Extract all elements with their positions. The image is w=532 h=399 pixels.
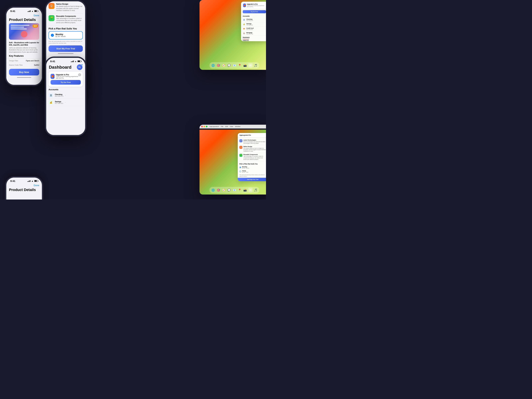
mac-credit-icon: 💳 — [243, 27, 245, 30]
plan-section: Pick a Plan that Suits You Monthly $2.99… — [46, 25, 85, 39]
signal-bar-2 — [28, 11, 29, 12]
wifi-icon-3: ▲ — [75, 60, 77, 63]
mac-menu-view[interactable]: View — [230, 126, 233, 127]
mac2-monthly-radio — [239, 167, 241, 168]
mac2-plan-note: Plan will automatically renew unless can… — [238, 173, 266, 178]
mac2-app-title: AppLayouts Pro — [239, 134, 266, 136]
try-for-free-button[interactable]: Try for Free — [51, 80, 81, 85]
status-icons-bottom: ▲ — [27, 180, 38, 182]
mac2-item-reusable: 🧩 Reusable Components Take advantage of … — [239, 153, 266, 161]
features-list: 🎨 Native Design We always trying our bes… — [46, 1, 85, 25]
dock2-music[interactable]: 🎵 — [253, 188, 258, 192]
mac2-tech-title: Latest Technologies — [243, 139, 266, 141]
feature-label-design: Design Files — [9, 60, 18, 62]
dock2-finder[interactable]: 🌐 — [211, 188, 215, 192]
mac2-reusable-text: Reusable Components Take advantage of co… — [243, 154, 266, 160]
mac-credit-text: Credit Card 920-000-961 — [246, 27, 254, 30]
traffic-light-fullscreen[interactable] — [206, 126, 208, 127]
mac2-item-tech: ⚡ Latest Technologies All of our templat… — [239, 139, 266, 145]
dock2-safari[interactable]: 🧭 — [222, 188, 226, 192]
account-row-checking[interactable]: 🏦 Checking 900-648-073 › — [49, 92, 83, 99]
status-time-3: 9:41 — [50, 60, 55, 63]
done-button[interactable]: Done — [6, 13, 42, 18]
mac-mortgage-name: Mortgage — [246, 32, 253, 33]
feature-value-design: Figma and Sketch — [26, 60, 39, 62]
mac2-monthly-text: Monthly $2.99 / Month — [242, 166, 249, 169]
dock-launchpad[interactable]: 🎯 — [216, 63, 221, 68]
mac-checking-number: 900-648-073 — [246, 20, 253, 21]
mac-account-savings[interactable]: 💰 Savings 547-089-001 — [241, 22, 266, 27]
mac-account-checking[interactable]: 🏦 Checking 900-648-073 — [241, 18, 266, 22]
mac2-item-native: 🎨 Native Design We always trying our bes… — [239, 145, 266, 153]
dock2-maps[interactable]: 📍 — [237, 188, 242, 192]
upgrade-title: Upgrade to Pro — [56, 74, 81, 76]
traffic-light-minimize[interactable] — [203, 126, 205, 127]
mac-account-mortgage[interactable]: 🏠 Mortgage 832-001-709 — [241, 31, 266, 36]
mac-applayout-card: AppLayouts Pro ⚡ Latest Technologies All… — [238, 133, 266, 181]
product-name: Soft - Illustrations with Layouts for iO… — [6, 41, 42, 47]
mac2-plan-title: Pick a Plan that Suits You — [238, 162, 266, 165]
mac-accounts-title: Accounts — [241, 14, 266, 18]
dock-calendar[interactable]: 28 — [248, 63, 253, 68]
checking-arrow: › — [65, 94, 66, 96]
dock-photos[interactable]: 📸 — [243, 63, 247, 68]
plan-renewal-note: Plan will automatically renew unless can… — [49, 40, 83, 44]
savings-number: 547-089-001 — [55, 103, 63, 104]
mac2-monthly-name: Monthly — [242, 166, 249, 168]
buy-now-button[interactable]: Buy Now — [9, 69, 39, 76]
start-free-trial-button[interactable]: Start My Free Trial — [49, 45, 83, 52]
dock-music[interactable]: 🎵 — [253, 63, 258, 68]
dock-finder[interactable]: 🌐 — [211, 63, 215, 68]
plan-check-monthly — [51, 34, 54, 37]
dock-mail[interactable]: 📧 — [232, 63, 237, 68]
user-avatar[interactable]: AL — [77, 64, 82, 70]
mac2-yearly-price: $9.99 / Year — [242, 171, 248, 173]
savings-name: Savings — [55, 101, 63, 103]
mac2-tech-icon: ⚡ — [239, 139, 242, 142]
checking-name: Checking — [55, 94, 63, 95]
mac-menu-edit[interactable]: Edit — [225, 126, 228, 127]
status-icons-1: ▲ — [28, 10, 38, 12]
checking-number: 900-648-073 — [55, 95, 63, 97]
upgrade-icon: 🎁 — [51, 74, 55, 79]
upgrade-card: 🎁 Upgrade to Pro Level up your banking e… — [49, 72, 83, 87]
wifi-icon: ▲ — [32, 10, 33, 12]
dock-messages[interactable]: 💬 — [227, 63, 231, 68]
mac-savings-number: 547-089-001 — [246, 25, 253, 25]
mac-banking-card: 🎁 Upgrade to Pro Level up your banking e… — [241, 2, 266, 41]
dock2-messages[interactable]: 💬 — [227, 188, 231, 192]
signal-icon-3 — [71, 61, 74, 62]
mac2-trial-button[interactable]: Start My Free Trial — [238, 178, 266, 181]
mac2-native-title: Native Design — [243, 146, 266, 147]
done-button-bottom[interactable]: Done — [6, 183, 42, 188]
mac2-reusable-title: Reusable Components — [243, 154, 266, 155]
upgrade-subtitle: Level up your banking experience with th… — [56, 76, 81, 79]
dock-safari[interactable]: 🧭 — [222, 63, 226, 68]
mac-menu-window[interactable]: Window — [235, 126, 241, 127]
dashboard-title: Dashboard — [49, 65, 71, 70]
dock2-photos[interactable]: 📸 — [243, 188, 247, 192]
mac2-header: AppLayouts Pro — [238, 133, 266, 138]
dashboard-header: Dashboard AL — [46, 64, 85, 72]
battery-icon-3 — [77, 60, 81, 62]
plan-monthly-text: Monthly $2.99 / Month — [56, 33, 66, 38]
product-description: Soft is an extensive collection of stunn… — [6, 47, 42, 55]
mac2-yearly-text: Yearly $9.99 / Year — [242, 170, 248, 173]
upgrade-close-button[interactable]: ✕ — [78, 73, 81, 76]
mac-mortgage-number: 832-001-709 — [246, 33, 253, 35]
reusable-components-desc: Take advantage of countless coded UI com… — [56, 18, 83, 24]
mac2-plan-monthly[interactable]: Monthly $2.99 / Month — [238, 165, 266, 169]
native-design-desc: We always trying our best to design our … — [56, 5, 83, 12]
mac-try-free-button[interactable]: Try for Free — [243, 10, 266, 13]
mac2-plan-yearly[interactable]: Yearly $9.99 / Year — [238, 169, 266, 173]
dock2-launchpad[interactable]: 🎯 — [216, 188, 221, 192]
account-row-savings[interactable]: 💰 Savings 547-089-001 › — [49, 99, 83, 106]
mac-account-credit[interactable]: 💳 Credit Card 920-000-961 — [241, 27, 266, 31]
savings-text: Savings 547-089-001 — [55, 101, 63, 104]
plan-option-monthly[interactable]: Monthly $2.99 / Month — [49, 31, 83, 39]
dock2-calendar[interactable]: 28 — [248, 188, 253, 192]
mac-menu-file[interactable]: File — [221, 126, 223, 127]
traffic-light-close[interactable] — [201, 126, 203, 127]
dock-maps[interactable]: 📍 — [237, 63, 242, 68]
dock2-mail[interactable]: 📧 — [232, 188, 237, 192]
